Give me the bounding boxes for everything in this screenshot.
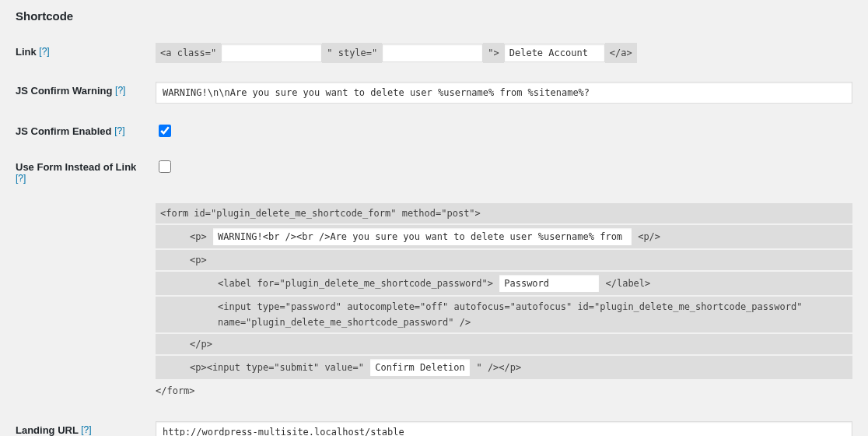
js-enabled-label: JS Confirm Enabled <box>16 125 112 137</box>
code-segment: <a class=" <box>156 43 221 63</box>
settings-table: Link [?] <a class="" style=""></a> JS Co… <box>16 37 852 436</box>
form-submit-value-input[interactable] <box>369 358 471 377</box>
code-segment: <p><input type="submit" value=" <box>190 362 364 373</box>
use-form-checkbox[interactable] <box>159 160 171 173</box>
code-segment: " /></p> <box>476 362 521 373</box>
code-segment: "> <box>483 43 503 63</box>
form-preview: <form id="plugin_delete_me_shortcode_for… <box>156 203 852 401</box>
link-code-strip: <a class="" style=""></a> <box>156 47 637 58</box>
js-warning-input[interactable] <box>156 82 852 104</box>
help-icon[interactable]: [?] <box>16 173 26 184</box>
landing-url-input[interactable] <box>156 421 852 436</box>
js-enabled-checkbox[interactable] <box>159 125 171 137</box>
help-icon[interactable]: [?] <box>115 85 125 96</box>
landing-url-label: Landing URL <box>16 424 79 436</box>
help-icon[interactable]: [?] <box>114 125 124 136</box>
code-segment: <p/> <box>638 231 660 242</box>
js-warning-label: JS Confirm Warning <box>16 85 112 97</box>
code-segment: </a> <box>605 43 637 63</box>
form-password-label-input[interactable] <box>499 274 600 293</box>
code-segment: </label> <box>605 278 650 289</box>
code-line: <p> <p/> <box>156 225 852 248</box>
code-segment: <p> <box>190 231 207 242</box>
help-icon[interactable]: [?] <box>39 46 49 57</box>
link-text-input[interactable] <box>504 44 605 62</box>
link-style-input[interactable] <box>382 44 483 62</box>
code-line: <p><input type="submit" value=" " /></p> <box>156 356 852 379</box>
link-class-input[interactable] <box>221 44 322 62</box>
link-label: Link <box>16 46 37 58</box>
help-icon[interactable]: [?] <box>81 424 91 435</box>
code-line: <input type="password" autocomplete="off… <box>156 297 852 332</box>
code-segment: <label for="plugin_delete_me_shortcode_p… <box>218 278 493 289</box>
code-line: <label for="plugin_delete_me_shortcode_p… <box>156 272 852 295</box>
code-line: </p> <box>156 334 852 354</box>
section-title: Shortcode <box>16 9 852 23</box>
code-segment: " style=" <box>322 43 382 63</box>
code-line: </form> <box>156 381 852 401</box>
use-form-label: Use Form Instead of Link <box>16 161 136 173</box>
code-line: <form id="plugin_delete_me_shortcode_for… <box>156 203 852 223</box>
code-line: <p> <box>156 250 852 270</box>
form-warning-input[interactable] <box>212 227 632 246</box>
